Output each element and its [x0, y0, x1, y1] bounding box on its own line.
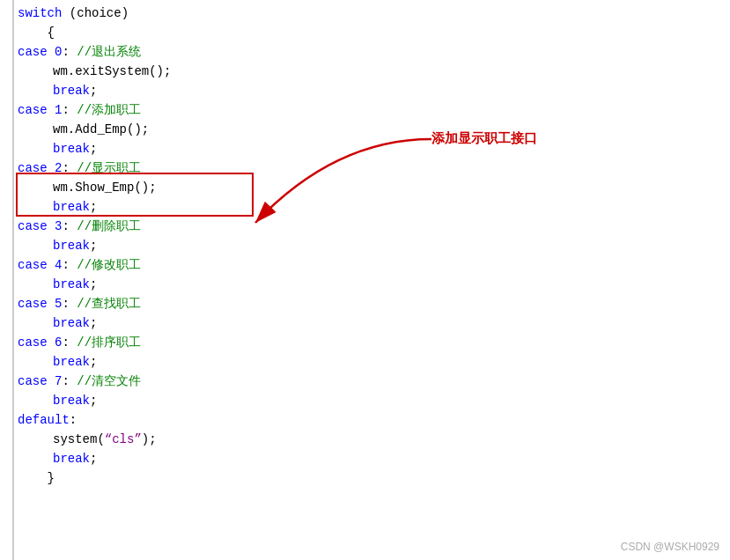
plain-token: ;	[90, 275, 97, 294]
plain-token: :	[62, 255, 77, 275]
num-token: 7	[55, 372, 62, 391]
code-line: default:	[0, 410, 730, 430]
plain-token: :	[62, 42, 77, 62]
plain-token: :	[62, 294, 77, 313]
plain-token: ;	[90, 352, 97, 372]
code-line: wm.Show_Emp();	[0, 178, 730, 197]
code-line: break;	[0, 352, 730, 372]
plain-token: (choice)	[62, 4, 129, 23]
plain-token: :	[62, 333, 77, 352]
plain-token	[48, 294, 55, 313]
annotation-label: 添加显示职工接口	[431, 130, 537, 147]
break-kw-token: break	[53, 275, 90, 294]
code-line: case 0: //退出系统	[0, 42, 730, 62]
code-line: break;	[0, 139, 730, 158]
code-line: wm.exitSystem();	[0, 62, 730, 81]
code-line: }	[0, 468, 730, 488]
kw-token: switch	[18, 4, 62, 23]
comment-token: //排序职工	[77, 333, 141, 352]
code-line: {	[0, 23, 730, 42]
num-token: 6	[55, 333, 62, 352]
code-line: wm.Add_Emp();	[0, 120, 730, 139]
plain-token: :	[62, 372, 77, 391]
plain-token	[48, 333, 55, 352]
plain-token: system(	[53, 430, 105, 449]
kw-token: case	[18, 217, 48, 236]
plain-token	[48, 158, 55, 178]
code-line: case 1: //添加职工	[0, 100, 730, 120]
comment-token: //显示职工	[77, 158, 141, 178]
code-line: case 3: //删除职工	[0, 217, 730, 236]
code-lines: switch (choice) {case 0: //退出系统wm.exitSy…	[0, 4, 730, 488]
kw-token: case	[18, 372, 48, 391]
code-line: break;	[0, 391, 730, 410]
break-kw-token: break	[53, 81, 90, 100]
break-kw-token: break	[53, 197, 90, 217]
plain-token: }	[18, 468, 55, 488]
plain-token: wm.Add_Emp();	[53, 120, 149, 139]
plain-token: ;	[90, 236, 97, 255]
break-kw-token: break	[53, 139, 90, 158]
code-line: break;	[0, 197, 730, 217]
kw-token: case	[18, 333, 48, 352]
kw-token: case	[18, 255, 48, 275]
plain-token: :	[62, 158, 77, 178]
num-token: 2	[55, 158, 62, 178]
plain-token: :	[62, 217, 77, 236]
plain-token: ;	[90, 391, 97, 410]
plain-token: :	[70, 410, 77, 430]
code-line: case 5: //查找职工	[0, 294, 730, 313]
kw-token: case	[18, 158, 48, 178]
plain-token: {	[18, 23, 55, 42]
plain-token	[48, 255, 55, 275]
break-kw-token: break	[53, 391, 90, 410]
comment-token: //退出系统	[77, 42, 141, 62]
break-kw-token: break	[53, 313, 90, 333]
plain-token: wm.exitSystem();	[53, 62, 171, 81]
code-area: switch (choice) {case 0: //退出系统wm.exitSy…	[0, 0, 730, 560]
num-token: 5	[55, 294, 62, 313]
kw-token: case	[18, 294, 48, 313]
code-line: case 7: //清空文件	[0, 372, 730, 391]
plain-token: wm.Show_Emp();	[53, 178, 157, 197]
kw-token: case	[18, 42, 48, 62]
break-kw-token: break	[53, 236, 90, 255]
comment-token: //删除职工	[77, 217, 141, 236]
code-line: case 2: //显示职工	[0, 158, 730, 178]
num-token: 0	[55, 42, 62, 62]
num-token: 3	[55, 217, 62, 236]
plain-token: ;	[90, 313, 97, 333]
comment-token: //清空文件	[77, 372, 141, 391]
plain-token: ;	[90, 139, 97, 158]
num-token: 4	[55, 255, 62, 275]
code-line: break;	[0, 275, 730, 294]
comment-token: //添加职工	[77, 100, 141, 120]
break-kw-token: break	[53, 449, 90, 468]
plain-token: ;	[90, 81, 97, 100]
comment-token: //修改职工	[77, 255, 141, 275]
code-line: break;	[0, 313, 730, 333]
watermark: CSDN @WSKH0929	[621, 541, 719, 553]
code-line: switch (choice)	[0, 4, 730, 23]
str-token: “cls”	[105, 430, 142, 449]
plain-token: :	[62, 100, 77, 120]
break-kw-token: break	[53, 352, 90, 372]
kw-token: case	[18, 100, 48, 120]
plain-token	[48, 217, 55, 236]
code-line: break;	[0, 449, 730, 468]
plain-token	[48, 42, 55, 62]
default-kw-token: default	[18, 410, 70, 430]
plain-token	[48, 100, 55, 120]
code-line: break;	[0, 236, 730, 255]
code-line: system(“cls”);	[0, 430, 730, 449]
plain-token	[48, 372, 55, 391]
code-line: break;	[0, 81, 730, 100]
plain-token: ;	[90, 197, 97, 217]
left-border	[12, 0, 14, 560]
code-line: case 4: //修改职工	[0, 255, 730, 275]
plain-token: ;	[90, 449, 97, 468]
plain-token: );	[142, 430, 157, 449]
code-line: case 6: //排序职工	[0, 333, 730, 352]
num-token: 1	[55, 100, 62, 120]
comment-token: //查找职工	[77, 294, 141, 313]
